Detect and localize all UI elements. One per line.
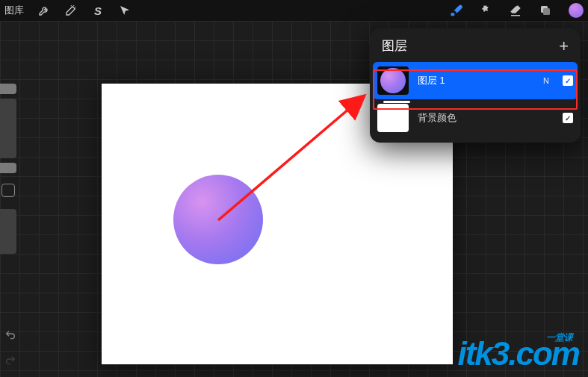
thumb-circle-icon: [380, 68, 406, 93]
selection-icon[interactable]: S: [91, 4, 105, 17]
modify-button[interactable]: [1, 184, 15, 197]
layers-panel-header: 图层 +: [370, 28, 581, 62]
artwork-circle: [173, 175, 263, 264]
brush-size-slider[interactable]: [0, 99, 16, 158]
layer-row-background[interactable]: 背景颜色 ✓: [370, 99, 581, 137]
toolbar-left-group: 图库 S: [4, 4, 131, 17]
layer-name-label: 图层 1: [418, 74, 534, 87]
svg-rect-1: [543, 8, 550, 15]
undo-redo-dock: [4, 329, 16, 370]
top-toolbar: 图库 S: [0, 0, 588, 21]
redo-icon[interactable]: [4, 355, 16, 370]
brush-icon[interactable]: [449, 4, 462, 17]
layer-blend-mode[interactable]: N: [543, 76, 549, 85]
brush-size-slider-top[interactable]: [0, 84, 16, 94]
wrench-icon[interactable]: [37, 4, 51, 17]
layer-visibility-checkbox[interactable]: ✓: [563, 113, 573, 123]
brush-opacity-slider-top[interactable]: [0, 163, 16, 173]
smudge-icon[interactable]: [479, 4, 492, 17]
wand-icon[interactable]: [64, 4, 78, 17]
add-layer-button[interactable]: +: [559, 38, 569, 54]
library-button[interactable]: 图库: [4, 4, 24, 17]
left-slider-dock: [0, 84, 16, 258]
eraser-icon[interactable]: [509, 4, 522, 17]
watermark-suffix: .com: [508, 335, 579, 373]
toolbar-right-group: [449, 3, 584, 18]
color-picker[interactable]: [569, 3, 584, 18]
undo-icon[interactable]: [4, 329, 16, 344]
layers-icon[interactable]: [539, 4, 552, 17]
layer-row-1[interactable]: 图层 1 N ✓: [373, 62, 578, 99]
layer-thumbnail: [377, 104, 409, 132]
move-icon[interactable]: [118, 4, 131, 17]
layers-panel: 图层 + 图层 1 N ✓ 背景颜色 ✓: [370, 28, 581, 143]
watermark: itk3.com: [457, 335, 579, 373]
watermark-text: itk3: [457, 335, 508, 373]
layers-panel-title: 图层: [382, 37, 407, 54]
layer-thumbnail: [377, 66, 409, 95]
layer-name-label: 背景颜色: [418, 111, 554, 125]
brush-opacity-slider[interactable]: [0, 209, 16, 254]
layer-visibility-checkbox[interactable]: ✓: [563, 75, 573, 86]
